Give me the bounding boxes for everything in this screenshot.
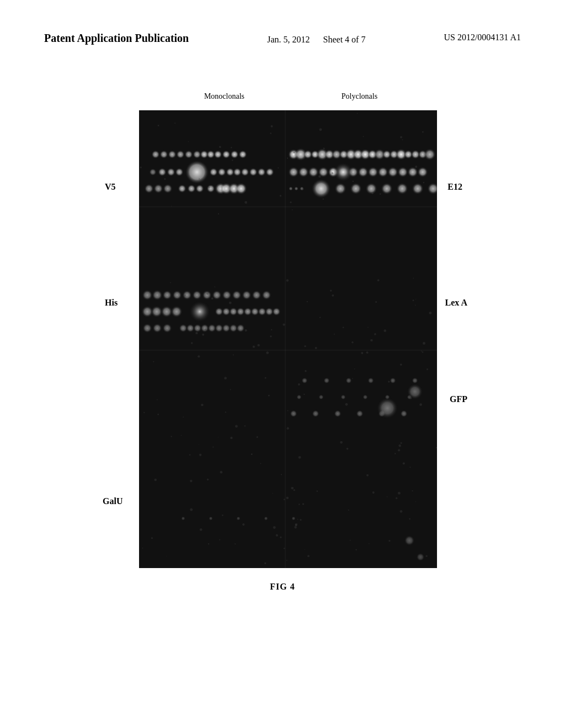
figure-container: Monoclonals Polyclonals V5 His GalU E12 … bbox=[95, 80, 470, 576]
patent-number: US 2012/0004131 A1 bbox=[444, 30, 521, 42]
header-center: Jan. 5, 2012 Sheet 4 of 7 bbox=[267, 30, 365, 47]
patent-number-text: US 2012/0004131 A1 bbox=[444, 33, 521, 42]
galu-label: GalU bbox=[103, 496, 122, 506]
gfp-label: GFP bbox=[450, 394, 467, 404]
outer-labels: V5 His GalU E12 Lex A GFP bbox=[95, 110, 470, 568]
publication-title: Patent Application Publication bbox=[44, 30, 189, 46]
polyclonals-label: Polyclonals bbox=[342, 92, 377, 101]
title-text: Patent Application Publication bbox=[44, 32, 189, 44]
page-header: Patent Application Publication Jan. 5, 2… bbox=[0, 0, 565, 47]
v5-label: V5 bbox=[105, 182, 116, 192]
monoclonals-label: Monoclonals bbox=[204, 92, 244, 101]
his-label: His bbox=[105, 298, 118, 308]
figure-caption: FIG 4 bbox=[0, 582, 565, 592]
sheet-text: Sheet 4 of 7 bbox=[323, 35, 366, 44]
date-text: Jan. 5, 2012 bbox=[267, 35, 310, 44]
lexa-label: Lex A bbox=[445, 298, 467, 308]
e12-label: E12 bbox=[447, 182, 462, 192]
